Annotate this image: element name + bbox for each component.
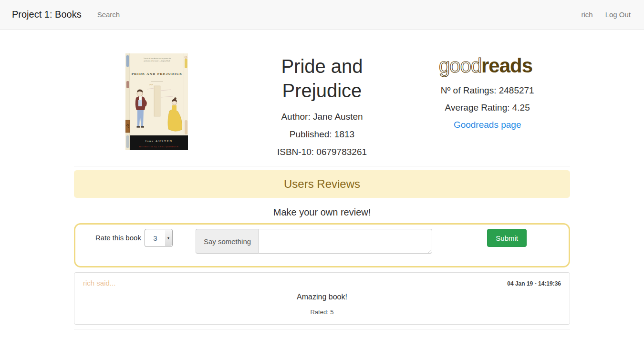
rating-select-wrap: 3 ▾ — [145, 229, 173, 247]
book-isbn-line: ISBN-10: 0679783261 — [239, 147, 405, 157]
review-card: rich said... 04 Jan 19 - 14:19:36 Amazin… — [74, 272, 570, 325]
navbar-brand[interactable]: Project 1: Books — [0, 9, 82, 20]
ratings-count-line: Nº of Ratings: 2485271 — [405, 85, 570, 96]
book-title: Pride and Prejudice — [248, 54, 396, 103]
review-author: rich said... — [83, 279, 115, 287]
goodreads-logo-good: good — [439, 54, 481, 77]
book-header-row: "The wit of Jane Austen has for partner … — [74, 53, 570, 157]
main-content: "The wit of Jane Austen has for partner … — [74, 53, 570, 329]
nav-search-link[interactable]: Search — [97, 10, 120, 19]
cover-title: PRIDE AND PREJUDICE — [131, 72, 182, 76]
divider-top — [74, 166, 570, 166]
review-timestamp: 04 Jan 19 - 14:19:36 — [507, 280, 561, 287]
goodreads-page-link[interactable]: Goodreads page — [454, 120, 521, 130]
goodreads-logo-reads: reads — [481, 54, 532, 77]
navbar-username: rich — [581, 10, 592, 19]
navbar-right: rich Log Out — [581, 10, 644, 19]
book-cover-image: "The wit of Jane Austen has for partner … — [125, 53, 188, 150]
goodreads-logo: good reads — [439, 53, 536, 78]
comment-textarea[interactable] — [259, 229, 432, 254]
book-cover-column: "The wit of Jane Austen has for partner … — [74, 53, 239, 157]
book-info-column: Pride and Prejudice Author: Jane Austen … — [239, 53, 405, 157]
cover-author: Jane AUSTEN — [145, 139, 173, 143]
review-card-header: rich said... 04 Jan 19 - 14:19:36 — [83, 279, 561, 287]
review-rating: Rated: 5 — [83, 308, 561, 316]
make-review-heading: Make your own review! — [74, 207, 570, 218]
goodreads-column: good reads Nº of Ratings: 2485271 Averag… — [405, 53, 570, 157]
review-form: Rate this book 3 ▾ Say something Submit — [74, 223, 570, 267]
book-published-line: Published: 1813 — [239, 129, 405, 140]
review-text: Amazing book! — [83, 293, 561, 301]
logout-link[interactable]: Log Out — [605, 10, 631, 19]
rate-label: Rate this book — [95, 229, 141, 247]
say-something-addon: Say something — [196, 229, 259, 254]
book-author-line: Author: Jane Austen — [239, 112, 405, 122]
divider-bottom — [74, 329, 570, 329]
submit-button[interactable]: Submit — [487, 229, 527, 247]
cover-introduction: Introduction by ANNA QUINDLEN — [139, 146, 178, 148]
users-reviews-banner: Users Reviews — [74, 170, 570, 198]
average-rating-line: Average Rating: 4.25 — [405, 103, 570, 113]
comment-input-group: Say something — [196, 229, 432, 254]
cover-quote-line2: perfection of her taste." —Virginia Wool… — [144, 60, 170, 62]
navbar: Project 1: Books Search rich Log Out — [0, 0, 644, 30]
rating-select[interactable]: 3 — [145, 229, 173, 247]
cover-quote-line1: "The wit of Jane Austen has for partner … — [143, 58, 171, 60]
